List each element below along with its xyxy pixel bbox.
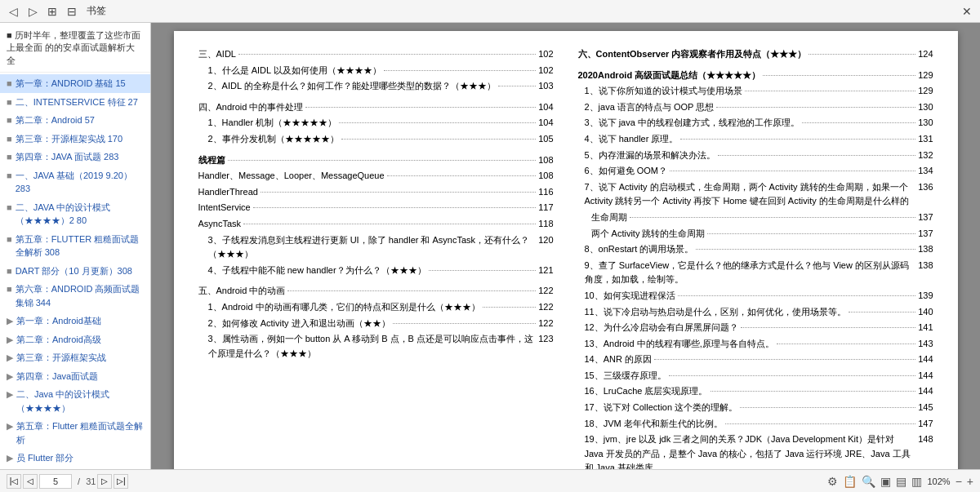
sidebar-item-9[interactable]: ■ 第六章：ANDROID 高频面试题集锦 344 [0,280,150,312]
bullet-icon-1: ■ [7,95,12,109]
thread-item-3: 3、子线程发消息到主线程进行更新 UI，除了 handler 和 AsyncTa… [208,233,554,262]
section-contentobserver: 六、ContentObserver 内容观察者作用及特点（★★★） 124 [578,47,933,62]
zoom-level: 102% [927,476,950,486]
2020-item-11-label: 11、说下冷启动与热启动是什么，区别，如何优化，使用场景等。 [585,305,846,320]
sidebar-item-label-1: 二、INTENTSERVICE 特征 27 [16,95,138,109]
zoom-in-icon[interactable]: + [967,475,973,488]
thread-handlerthread-dots [261,192,536,193]
toolbar-back-btn[interactable]: ◁ [5,3,21,20]
bullet-icon-4: ■ [7,150,12,164]
nav-prev-btn[interactable]: ◁ [23,474,38,489]
co-title-line: 六、ContentObserver 内容观察者作用及特点（★★★） 124 [578,47,933,62]
sidebar-item-7[interactable]: ■ 第五章：FLUTTER 粗糙面试题全解析 308 [0,230,150,262]
2020-item-14-label: 14、ANR 的原因 [585,352,653,367]
2020-item-18-label: 18、JVM 老年代和新生代的比例。 [585,417,723,432]
pdf-right-col: 六、ContentObserver 内容观察者作用及特点（★★★） 124 20… [578,47,933,469]
2020-item-5-label: 5、内存泄漏的场景和解决办法。 [585,148,715,163]
2020-item-10: 10、如何实现进程保活 139 [585,289,933,304]
sidebar-item-16[interactable]: ▶ 员 Flutter 部分 [0,449,150,468]
sidebar-item-3[interactable]: ■ 第三章：开源框架实战 170 [0,130,150,148]
nav-last-btn[interactable]: ▷| [114,474,128,489]
sidebar-item-2[interactable]: ■ 第二章：Android 57 [0,111,150,130]
section-2020android: 2020Android 高级面试题总结（★★★★★） 129 1、说下你所知道的… [578,69,933,469]
zoom-out-icon[interactable]: − [956,475,962,488]
co-title-page: 124 [918,47,933,62]
2020-item-4-page: 131 [918,132,933,147]
toolbar-close-btn[interactable]: ✕ [959,3,975,20]
thread-item-4-dots [429,270,537,271]
sidebar-item-label-12: 第三章：开源框架实战 [16,351,106,365]
2020-item-6-page: 134 [918,164,933,179]
toolbar-bookmark-btn[interactable]: ⊞ [44,3,60,20]
animation-item-3-page: 123 [538,332,553,347]
nav-next-btn[interactable]: ▷ [97,474,112,489]
2020-item-8: 8、onRestart 的调用场景。 138 [585,242,933,257]
events-title-dots [305,107,536,108]
2020-item-3: 3、说下 java 中的线程创建方式，线程池的工作原理。 130 [585,116,933,131]
pdf-page: 三、AIDL 102 1、什么是 AIDL 以及如何使用（★★★★） 102 2… [174,31,958,469]
2020-item-7b-dots [707,233,915,234]
2020-item-16-label: 16、LruCache 底层实现原理。 [585,384,708,399]
sidebar-item-13[interactable]: ▶ 第四章：Java面试题 [0,367,150,386]
bullet-icon-3: ■ [7,132,12,146]
thread-handler-page: 108 [538,169,553,184]
thread-handler-dots [387,175,537,176]
sidebar-item-6[interactable]: ■ 二、JAVA 中的设计模式（★★★★）2 80 [0,198,150,230]
aidl-item-1-dots [384,70,536,71]
thread-handler-label: Handler、Message、Looper、MessageQueue [198,169,385,184]
thread-asynctask-label: AsyncTask [198,217,242,232]
2020-item-1: 1、说下你所知道的设计模式与使用场景 129 [585,84,933,99]
sidebar-item-11[interactable]: ▶ 第二章：Android高级 [0,330,150,349]
page-number-input[interactable]: 5 [39,474,72,489]
thread-intentservice-line: IntentService 117 [198,201,554,215]
2020-item-19-page: 148 [918,432,933,447]
2020-item-6-label: 6、如何避免 OOM？ [585,164,667,179]
sidebar-item-1[interactable]: ■ 二、INTENTSERVICE 特征 27 [0,93,150,112]
2020-item-3-page: 130 [918,116,933,131]
2020-item-10-dots [678,295,915,296]
sidebar-item-label-9: 第六章：ANDROID 高频面试题集锦 344 [16,282,144,309]
bottom-tool-5-icon[interactable]: ▤ [896,475,906,488]
bullet-icon-6: ■ [7,201,12,215]
2020-item-16: 16、LruCache 底层实现原理。 144 [585,384,933,399]
aidl-item-2-dots [498,86,536,86]
2020-item-17-dots [740,407,915,408]
sidebar-item-8[interactable]: ■ DART 部分（10 月更新）308 [0,262,150,281]
sidebar-item-label-2: 第二章：Android 57 [16,113,95,127]
sidebar-item-4[interactable]: ■ 第四章：JAVA 面试题 283 [0,148,150,166]
bottom-tool-6-icon[interactable]: ▥ [911,475,922,488]
bottom-tool-2-icon[interactable]: 📋 [843,475,857,488]
sidebar-item-10[interactable]: ▶ 第一章：Android基础 [0,312,150,330]
2020-item-19: 19、jvm、jre 以及 jdk 三者之间的关系？JDK（Java Devel… [585,432,933,469]
sidebar-item-0[interactable]: ■ 第一章：ANDROID 基础 15 [0,74,150,93]
bottom-tool-4-icon[interactable]: ▣ [880,475,891,488]
bullet-icon-13: ▶ [7,370,13,383]
events-item-1: 1、Handler 机制（★★★★★） 104 [208,116,554,131]
bullet-icon-10: ▶ [7,314,13,328]
thread-handlerthread-label: HandlerThread [198,185,258,200]
2020-title-dots [763,75,915,76]
aidl-title-label: 三、AIDL [198,47,236,62]
sidebar-item-5[interactable]: ■ 一、JAVA 基础（2019 9.20）283 [0,166,150,198]
2020-item-8-dots [696,249,915,250]
section-events: 四、Android 中的事件处理 104 1、Handler 机制（★★★★★）… [198,100,554,147]
bottom-tool-3-icon[interactable]: 🔍 [862,475,875,488]
bottom-bar: |◁ ◁ 5 / 31 ▷ ▷| ⚙ 📋 🔍 ▣ ▤ ▥ 102% − + [0,469,980,492]
2020-item-17: 17、说下对 Collection 这个类的理解。 145 [585,401,933,415]
sidebar-item-14[interactable]: ▶ 二、Java 中的设计模式（★★★★） [0,385,150,417]
sidebar-item-15[interactable]: ▶ 第五章：Flutter 粗糙面试题全解析 [0,417,150,449]
sidebar-item-label-8: DART 部分（10 月更新）308 [16,264,132,278]
section-animation: 五、Android 中的动画 122 1、Android 中的动画有哪几类，它们… [198,284,554,361]
2020-item-2-page: 130 [918,100,933,115]
sidebar-item-12[interactable]: ▶ 第三章：开源框架实战 [0,348,150,367]
toolbar-save-btn[interactable]: ⊟ [64,3,80,20]
2020-item-11-page: 140 [918,305,933,320]
thread-asynctask-page: 118 [538,217,553,232]
bottom-tool-1-icon[interactable]: ⚙ [827,475,838,488]
sidebar-item-label-4: 第四章：JAVA 面试题 283 [16,150,119,164]
toolbar-forward-btn[interactable]: ▷ [24,3,41,20]
2020-title-line: 2020Android 高级面试题总结（★★★★★） 129 [578,69,933,83]
nav-first-btn[interactable]: |◁ [7,474,21,489]
aidl-item-2-label: 2、AIDL 的全称是什么？如何工作？能处理哪些类型的数据？（★★★） [208,79,496,94]
aidl-item-2: 2、AIDL 的全称是什么？如何工作？能处理哪些类型的数据？（★★★） 103 [208,79,554,94]
